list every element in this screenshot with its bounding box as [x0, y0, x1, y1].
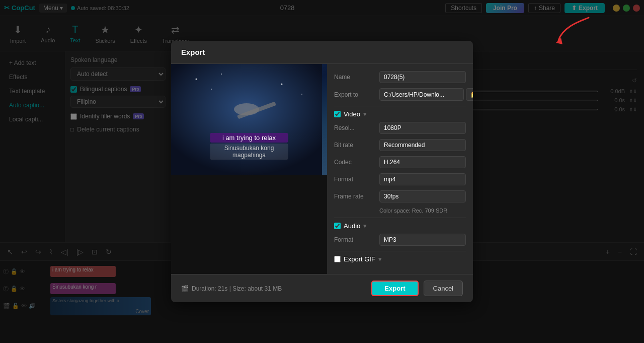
- bitrate-label: Bit rate: [334, 142, 379, 149]
- audio-label: Audio: [344, 222, 360, 230]
- resolution-row: Resol... 1080P: [334, 122, 466, 134]
- preview-image: ✏ Edit cover: [171, 64, 327, 175]
- divider-3: [334, 251, 466, 251]
- gif-dropdown-icon: ▾: [378, 255, 382, 263]
- codec-label: Codec: [334, 159, 379, 166]
- name-label: Name: [334, 74, 379, 81]
- modal-settings: Name Export to 📁 Video ▾: [327, 64, 473, 274]
- codec-select[interactable]: H.264: [379, 156, 466, 168]
- framerate-label: Frame rate: [334, 193, 379, 200]
- audio-format-row: Format MP3: [334, 234, 466, 246]
- format-row: Format mp4: [334, 173, 466, 185]
- export-to-row: Export to 📁: [334, 88, 466, 101]
- film-icon: 🎬: [181, 285, 189, 292]
- browse-folder-button[interactable]: 📁: [466, 88, 473, 101]
- resolution-select[interactable]: 1080P: [379, 122, 466, 134]
- audio-format-select[interactable]: MP3: [379, 234, 466, 246]
- gif-section-title: Export GIF ▾: [334, 255, 466, 263]
- subtitle-bottom: Sinusubukan kong magpahinga: [210, 144, 288, 160]
- export-path-group: 📁: [379, 88, 473, 101]
- divider-1: [334, 106, 466, 106]
- modal-overlay: Export ✏ Edit cover: [0, 0, 644, 343]
- subtitle-box: i am trying to relax Sinusubukan kong ma…: [210, 133, 288, 160]
- svg-point-7: [301, 94, 302, 95]
- audio-dropdown-icon: ▾: [363, 222, 367, 230]
- codec-row: Codec H.264: [334, 156, 466, 168]
- svg-point-4: [196, 79, 197, 80]
- bitrate-select[interactable]: Recommended: [379, 139, 466, 151]
- video-dropdown-icon: ▾: [363, 110, 367, 118]
- divider-2: [334, 218, 466, 218]
- framerate-select[interactable]: 30fps: [379, 190, 466, 202]
- audio-section-title: Audio ▾: [334, 222, 466, 230]
- modal-footer: 🎬 Duration: 21s | Size: about 31 MB Expo…: [171, 274, 473, 302]
- format-label: Format: [334, 176, 379, 183]
- format-select[interactable]: mp4: [379, 173, 466, 185]
- export-modal: Export ✏ Edit cover: [171, 41, 473, 302]
- framerate-row: Frame rate 30fps: [334, 190, 466, 202]
- footer-buttons: Export Cancel: [371, 281, 463, 296]
- svg-point-5: [211, 89, 212, 90]
- footer-info: 🎬 Duration: 21s | Size: about 31 MB: [181, 285, 282, 292]
- bitrate-row: Bit rate Recommended: [334, 139, 466, 151]
- video-label: Video: [344, 110, 360, 118]
- audio-format-label: Format: [334, 236, 379, 243]
- resolution-label: Resol...: [334, 124, 379, 131]
- export-path-input[interactable]: [379, 88, 464, 101]
- gif-label: Export GIF: [344, 255, 375, 263]
- color-space-info: Color space: Rec. 709 SDR: [379, 208, 466, 214]
- modal-preview: ✏ Edit cover: [171, 64, 327, 274]
- subtitle-top: i am trying to relax: [210, 133, 288, 143]
- svg-point-8: [221, 74, 222, 75]
- export-to-label: Export to: [334, 91, 379, 98]
- video-section-title: Video ▾: [334, 110, 466, 118]
- modal-title: Export: [181, 48, 463, 56]
- audio-enabled-checkbox[interactable]: [334, 223, 341, 229]
- svg-point-6: [281, 84, 283, 85]
- footer-duration-size: Duration: 21s | Size: about 31 MB: [192, 285, 282, 292]
- modal-header: Export: [171, 41, 473, 64]
- gif-enabled-checkbox[interactable]: [334, 256, 341, 262]
- name-row: Name: [334, 71, 466, 83]
- export-final-button[interactable]: Export: [371, 281, 418, 296]
- cancel-modal-button[interactable]: Cancel: [424, 281, 463, 296]
- name-input[interactable]: [379, 71, 466, 83]
- modal-body: ✏ Edit cover: [171, 64, 473, 274]
- video-enabled-checkbox[interactable]: [334, 111, 341, 117]
